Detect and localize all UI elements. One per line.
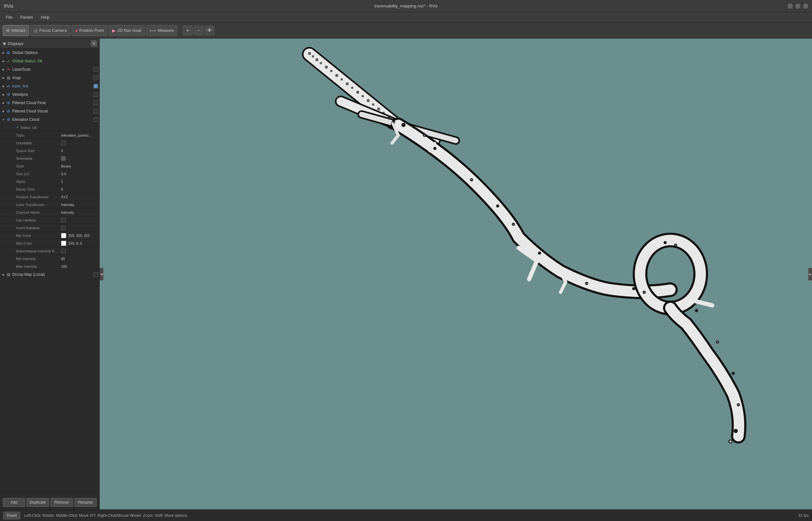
filtered-cloud-visual-checkbox[interactable] (93, 109, 98, 113)
filtered-cloud-final-icon (6, 100, 11, 106)
menubar: File Panels Help (0, 12, 812, 23)
occup-map-checkbox[interactable] (93, 272, 98, 277)
tree-item-filtered-cloud-visual[interactable]: Filtered Cloud Visual (0, 107, 99, 115)
laserscan-arrow (1, 67, 6, 72)
elevation-cloud-checkbox[interactable] (93, 117, 98, 122)
laserscan-checkbox[interactable] (93, 67, 98, 72)
view-button[interactable]: 👁 (205, 26, 215, 36)
base-link-icon (6, 84, 11, 89)
tool-measure[interactable]: Measure (146, 25, 177, 36)
svg-rect-22 (316, 59, 318, 61)
tree-item-elevation-cloud[interactable]: Elevation Cloud (0, 115, 99, 124)
svg-point-12 (664, 242, 667, 244)
prop-alpha[interactable]: Alpha 1 (0, 178, 99, 185)
reset-button[interactable]: Reset (3, 512, 20, 519)
svg-point-13 (674, 244, 677, 247)
viewport[interactable]: ◀ ▶ (100, 39, 812, 509)
menu-file[interactable]: File (3, 14, 16, 21)
min-color-swatch[interactable] (61, 233, 66, 238)
zoom-in-button[interactable]: + (183, 26, 193, 36)
global-status-arrow (1, 59, 6, 63)
velodyne-icon (6, 92, 11, 97)
prop-min-color[interactable]: Min Color 255; 255; 255 (0, 232, 99, 240)
svg-point-18 (734, 429, 738, 433)
tool-publish-point[interactable]: Publish Point (72, 25, 107, 36)
add-button[interactable]: Add (3, 498, 25, 507)
window-controls (788, 3, 808, 9)
win-btn-close[interactable] (803, 3, 808, 9)
fps-display: 31 fps (798, 513, 809, 518)
unreliable-checkbox[interactable] (61, 141, 66, 145)
elevation-cloud-label: Elevation Cloud (12, 117, 92, 122)
prop-decay-time[interactable]: Decay Time 0 (0, 185, 99, 193)
tree-item-filtered-cloud-final[interactable]: Filtered Cloud Final (0, 99, 99, 107)
viz-canvas[interactable] (100, 39, 812, 509)
tree-item-occup-map[interactable]: Occup Map (Local) (0, 270, 99, 279)
autocompute-checkbox[interactable] (61, 249, 66, 253)
prop-queue-size[interactable]: Queue Size 0 (0, 147, 99, 155)
prop-max-color[interactable]: Max Color 255; 0; 0 (0, 240, 99, 247)
prop-max-intensity[interactable]: Max Intensity 100 (0, 263, 99, 270)
prop-style[interactable]: Style Boxes (0, 162, 99, 170)
velodyne-checkbox[interactable] (93, 92, 98, 97)
tree-item-base-link[interactable]: base_link (0, 82, 99, 90)
map-checkbox[interactable] (93, 75, 98, 80)
win-btn-maximize[interactable] (795, 3, 800, 9)
prop-unreliable[interactable]: Unreliable (0, 139, 99, 147)
svg-point-5 (471, 179, 473, 181)
svg-point-9 (586, 282, 588, 285)
svg-rect-23 (320, 62, 322, 64)
rename-button[interactable]: Rename (74, 498, 97, 507)
prop-use-rainbow[interactable]: Use rainbow (0, 216, 99, 224)
svg-rect-26 (336, 74, 338, 77)
tree-item-global-options[interactable]: Global Options (0, 48, 99, 57)
menu-panels[interactable]: Panels (17, 14, 36, 21)
svg-rect-30 (357, 91, 359, 93)
win-btn-minimize[interactable] (788, 3, 793, 9)
tool-navgoal-label: 2D Nav Goal (117, 28, 141, 33)
tree-item-velodyne[interactable]: Velodyne (0, 90, 99, 99)
prop-channel-name[interactable]: Channel Name intensity (0, 209, 99, 216)
prop-autocompute-intensity[interactable]: Autocompute Intensity B... (0, 247, 99, 255)
panel-collapse-handle[interactable]: ◀ (100, 268, 104, 280)
filtered-cloud-final-checkbox[interactable] (93, 100, 98, 105)
invert-rainbow-checkbox[interactable] (61, 226, 66, 230)
svg-point-15 (717, 341, 719, 343)
tool-focus-camera[interactable]: Focus Camera (30, 25, 70, 36)
filtered-cloud-final-arrow (1, 100, 6, 105)
statusbar: Reset Left-Click: Rotate. Middle-Click: … (0, 509, 812, 521)
tool-interact[interactable]: Interact (3, 25, 29, 36)
tree-item-map[interactable]: /map (0, 74, 99, 82)
laserscan-icon (6, 67, 11, 72)
zoom-out-button[interactable]: − (194, 26, 203, 36)
svg-point-19 (729, 440, 732, 443)
duplicate-button[interactable]: Duplicate (26, 498, 49, 507)
filtered-cloud-final-label: Filtered Cloud Final (12, 100, 92, 105)
global-options-arrow (1, 50, 6, 55)
max-color-swatch[interactable] (61, 241, 66, 246)
tool-publish-label: Publish Point (80, 28, 104, 33)
tool-2d-nav-goal[interactable]: 2D Nav Goal (109, 25, 145, 36)
app-logo: RViz (4, 3, 14, 9)
prop-topic[interactable]: Topic /elevation_pointcl... (0, 132, 99, 139)
prop-size[interactable]: Size (m) 0.4 (0, 170, 99, 178)
prop-invert-rainbow[interactable]: Invert Rainbow (0, 224, 99, 232)
prop-position-transformer[interactable]: Position Transformer XYZ (0, 193, 99, 201)
use-rainbow-checkbox[interactable] (61, 218, 66, 222)
filtered-cloud-visual-icon (6, 109, 11, 114)
base-link-checkbox[interactable] (93, 84, 98, 88)
global-status-label: Global Status: Ok (12, 59, 98, 63)
toolbar: Interact Focus Camera Publish Point 2D N… (0, 23, 812, 39)
prop-color-transformer[interactable]: Color Transformer Intensity (0, 201, 99, 209)
tree-item-laserscan[interactable]: LaserScan (0, 65, 99, 74)
global-status-icon (6, 59, 11, 64)
global-options-label: Global Options (12, 50, 98, 55)
menu-help[interactable]: Help (38, 14, 53, 21)
selectable-checkbox[interactable] (61, 156, 66, 161)
displays-close-button[interactable]: ✕ (91, 41, 97, 46)
occup-map-arrow (1, 272, 6, 277)
tree-item-global-status[interactable]: Global Status: Ok (0, 57, 99, 65)
prop-selectable[interactable]: Selectable (0, 155, 99, 162)
prop-min-intensity[interactable]: Min Intensity 80 (0, 255, 99, 263)
remove-button[interactable]: Remove (50, 498, 73, 507)
